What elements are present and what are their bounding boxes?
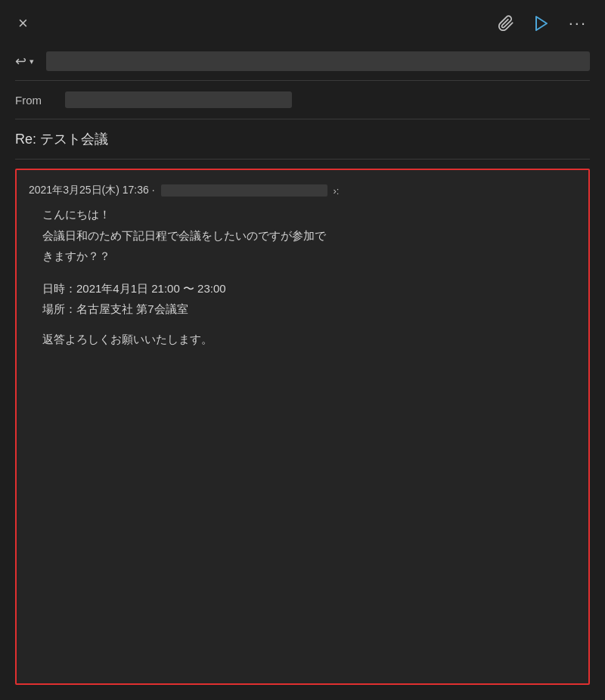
spacer-1 [42, 268, 576, 278]
quoted-arrow-icon: ›: [334, 185, 340, 197]
reply-button[interactable]: ↩ ▾ [15, 53, 34, 70]
message-body: 2021年3月25日(木) 17:36 · ›: こんにちは！ 会議日和のため下… [15, 169, 590, 685]
toolbar-left: × [18, 14, 28, 33]
subject-text: Re: テスト会議 [15, 132, 108, 147]
attachment-icon[interactable] [498, 15, 514, 32]
dropdown-arrow-icon: ▾ [29, 57, 34, 67]
from-label: From [15, 94, 53, 107]
more-options-icon[interactable]: ··· [569, 14, 587, 33]
reply-arrow-icon: ↩ [15, 53, 26, 70]
send-icon[interactable] [532, 14, 551, 33]
message-line-1: こんにちは！ [42, 205, 576, 225]
app-container: × ··· ↩ ▾ From [0, 0, 605, 700]
spacer-2 [42, 319, 576, 330]
closing-line: 返答よろしくお願いいたします。 [42, 330, 576, 349]
divider-3 [15, 159, 590, 160]
from-address-bar [65, 91, 292, 108]
toolbar: × ··· [0, 0, 605, 44]
reply-row: ↩ ▾ [0, 44, 605, 80]
toolbar-right: ··· [498, 14, 587, 33]
quoted-email-bar [161, 184, 327, 197]
detail-place-label: 場所： [42, 302, 76, 315]
quoted-date: 2021年3月25日(木) 17:36 · [29, 184, 155, 197]
detail-datetime-value: 2021年4月1日 21:00 〜 23:00 [76, 282, 226, 295]
reply-address-bar [46, 51, 590, 71]
message-line-2: 会議日和のため下記日程で会議をしたいのですが参加で [42, 226, 576, 246]
message-line-3: きますか？？ [42, 246, 576, 266]
from-row: From [0, 81, 605, 119]
detail-place-value: 名古屋支社 第7会議室 [76, 302, 188, 315]
detail-place: 場所：名古屋支社 第7会議室 [42, 299, 576, 319]
detail-datetime-label: 日時： [42, 282, 76, 295]
quoted-header: 2021年3月25日(木) 17:36 · ›: [29, 184, 576, 197]
detail-datetime: 日時：2021年4月1日 21:00 〜 23:00 [42, 278, 576, 299]
close-button[interactable]: × [18, 14, 28, 33]
message-content: こんにちは！ 会議日和のため下記日程で会議をしたいのですが参加で きますか？？ … [29, 205, 576, 348]
subject-row: Re: テスト会議 [0, 119, 605, 159]
svg-marker-0 [536, 17, 547, 30]
